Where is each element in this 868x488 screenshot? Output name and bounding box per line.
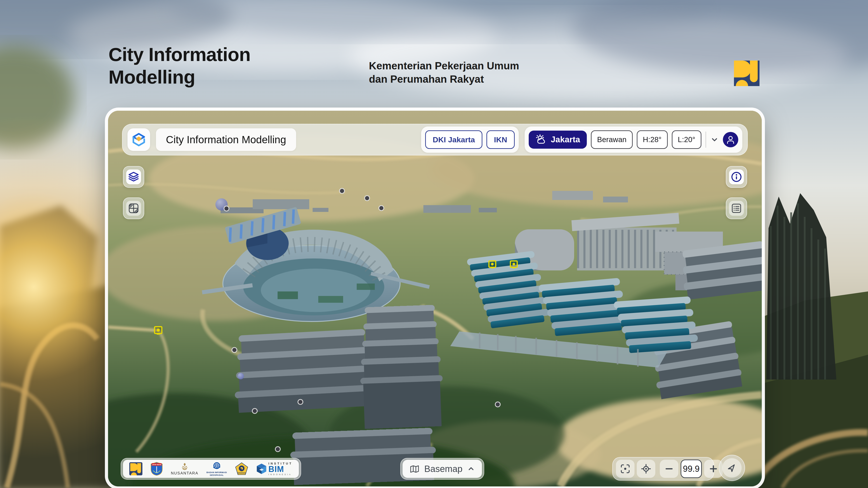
map-buildings-right[interactable] [680, 241, 762, 300]
app-title-label: City Information Modelling [166, 133, 286, 146]
partners-strip: JAYA RAYA NUSANTARA BADAN INFORMASI [123, 460, 299, 478]
basemap-control: Basemap [400, 458, 484, 480]
jayaraya-text: JAYA RAYA [152, 464, 161, 466]
map-marker-dot[interactable] [495, 402, 500, 407]
map-marker-cctv[interactable] [510, 261, 517, 268]
page-title: City Information Modelling [108, 43, 250, 89]
weather-widget: Jakarta Berawan H:28° L:20° [525, 127, 742, 153]
ministry-line2: dan Perumahan Rakyat [369, 72, 519, 86]
weather-city-pill[interactable]: Jakarta [529, 131, 587, 149]
region-ikn-label: IKN [494, 135, 507, 144]
user-avatar-button[interactable] [723, 132, 738, 147]
partner-big-logo: BADAN INFORMASI GEOSPASIAL [207, 461, 227, 477]
nusantara-emblem-icon [181, 463, 188, 470]
map-zoom-controls: 99.9 [612, 457, 714, 481]
plus-icon [708, 464, 719, 474]
bim-cube-icon [256, 463, 267, 475]
compass-arrow-icon [726, 462, 738, 474]
legend-tool-button[interactable] [726, 197, 747, 219]
partner-institut-bim-logo: INSTITUT BIM INDONESIA [256, 462, 293, 476]
weather-low-chip[interactable]: L:20° [672, 130, 702, 149]
weather-high-label: H:28° [643, 135, 662, 144]
big-text-line1: BADAN INFORMASI [207, 471, 227, 474]
map-marker-dot[interactable] [275, 447, 280, 452]
partner-pu-logo [129, 462, 143, 475]
cube-logo-icon [131, 132, 146, 147]
page-title-line1: City Information [108, 43, 250, 66]
region-switcher: DKI Jakarta IKN [421, 127, 519, 153]
ministry-line1: Kementerian Pekerjaan Umum [369, 59, 519, 72]
region-dki-label: DKI Jakarta [433, 135, 475, 144]
map-marker-dot[interactable] [298, 399, 303, 404]
zoom-level-text: 99.9 [683, 464, 700, 474]
partners-bar: JAYA RAYA NUSANTARA BADAN INFORMASI [121, 458, 301, 480]
page-root: { "header": { "title_line1": "City Infor… [0, 0, 868, 488]
politeknik-text: SEMARANG [237, 472, 246, 474]
region-button-ikn[interactable]: IKN [487, 130, 515, 149]
topbar-divider [706, 131, 706, 148]
legend-list-icon [731, 202, 742, 214]
map-marker-sphere[interactable] [238, 373, 244, 379]
ministry-title: Kementerian Pekerjaan Umum dan Perumahan… [369, 59, 519, 86]
compare-tool-button[interactable] [123, 197, 144, 219]
zoom-level-value[interactable]: 99.9 [681, 459, 702, 478]
partner-jayaraya-logo: JAYA RAYA [151, 462, 163, 476]
map-canvas[interactable] [108, 111, 762, 486]
compass-button[interactable] [719, 455, 745, 481]
user-icon [725, 135, 736, 144]
basemap-button[interactable]: Basemap [403, 460, 482, 478]
chevron-up-icon [467, 465, 475, 473]
weather-low-label: L:20° [678, 135, 695, 144]
partner-nusantara-logo: NUSANTARA [171, 463, 198, 475]
info-tool-button[interactable] [726, 166, 747, 188]
bim-text-bottom: INDONESIA [269, 474, 292, 476]
region-button-dki-jakarta[interactable]: DKI Jakarta [425, 130, 483, 149]
map-marker-cctv[interactable] [489, 261, 496, 268]
layers-tool-button[interactable] [123, 166, 144, 188]
minus-icon [664, 464, 674, 474]
map-marker-dot[interactable] [365, 196, 370, 201]
pu-ministry-logo [734, 61, 760, 86]
weather-condition-label: Berawan [597, 135, 626, 144]
weather-high-chip[interactable]: H:28° [637, 130, 668, 149]
map-marker-dot[interactable] [252, 409, 257, 414]
focus-extent-button[interactable] [616, 460, 634, 478]
compare-grid-icon [128, 202, 140, 214]
viewer-topbar: City Information Modelling DKI Jakarta I… [122, 124, 748, 156]
chevron-down-icon[interactable] [710, 135, 719, 144]
map-marker-dot[interactable] [232, 348, 237, 352]
focus-icon [620, 463, 631, 475]
locate-me-button[interactable] [637, 460, 655, 478]
big-text-line2: GEOSPASIAL [210, 474, 223, 476]
basemap-map-icon [409, 464, 420, 474]
page-title-line2: Modelling [108, 66, 250, 89]
bim-text-main: BIM [269, 465, 284, 473]
layers-icon [128, 171, 140, 183]
app-logo-button[interactable] [127, 128, 150, 151]
weather-condition-chip[interactable]: Berawan [591, 130, 632, 149]
map-viewer-panel: City Information Modelling DKI Jakarta I… [108, 111, 762, 486]
zoom-out-button[interactable] [660, 460, 678, 478]
weather-city-label: Jakarta [551, 135, 580, 144]
app-title: City Information Modelling [156, 128, 296, 151]
basemap-label: Basemap [424, 464, 463, 474]
partner-politeknik-pu-logo: SEMARANG [235, 462, 248, 475]
map-marker-dot[interactable] [340, 188, 344, 193]
map-marker-cctv[interactable] [155, 327, 162, 335]
map-marker-dot[interactable] [379, 205, 384, 210]
info-icon [731, 171, 742, 183]
locate-icon [640, 463, 652, 475]
big-globe-icon [212, 461, 221, 471]
nusantara-text: NUSANTARA [171, 471, 198, 475]
map-marker-dot[interactable] [224, 206, 229, 211]
sun-cloud-icon [535, 134, 547, 145]
